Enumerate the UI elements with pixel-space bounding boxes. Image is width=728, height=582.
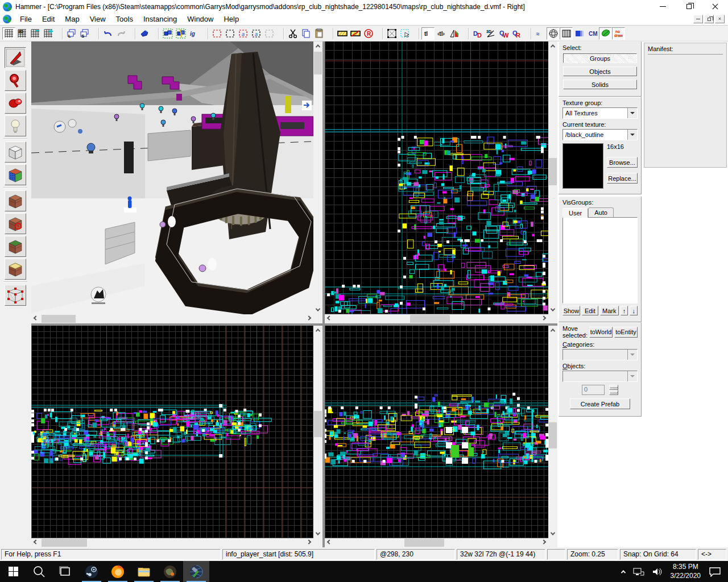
speaker-icon[interactable]	[652, 567, 663, 576]
texture-scale-lock-button[interactable]: ‹tl›	[435, 27, 448, 40]
garrysmod-app[interactable]	[157, 561, 183, 582]
task-view-button[interactable]	[52, 561, 78, 582]
smaller-grid-button[interactable]	[28, 27, 42, 40]
viewport-3d-hscrollbar[interactable]	[31, 314, 313, 323]
flip-objects-button[interactable]	[448, 27, 461, 40]
overlay-tool[interactable]	[5, 236, 26, 257]
menu-window[interactable]: Window	[182, 14, 218, 24]
menu-instancing[interactable]: Instancing	[138, 14, 182, 24]
to-world-button[interactable]: toWorld	[589, 327, 613, 338]
close-button[interactable]	[702, 0, 728, 13]
browse-button[interactable]: Browse...	[607, 157, 638, 168]
clipping-tool[interactable]	[5, 259, 26, 280]
viewport-2d-side-hscrollbar[interactable]	[325, 538, 548, 547]
nodraw-button[interactable]: nodraw	[612, 27, 625, 40]
window-grid-button[interactable]	[560, 27, 573, 40]
minimize-button[interactable]	[650, 0, 676, 13]
toggle-grid-button[interactable]	[2, 27, 15, 40]
undo-button[interactable]	[101, 27, 114, 40]
paste-button[interactable]	[312, 27, 325, 40]
show-all-button[interactable]	[263, 27, 276, 40]
menu-map[interactable]: Map	[60, 14, 84, 24]
texture-group-combo[interactable]: All Textures	[562, 107, 638, 119]
apply-decals-tool[interactable]	[5, 213, 26, 234]
menu-file[interactable]: File	[15, 14, 37, 24]
viewport-2d-top-hscrollbar[interactable]	[325, 314, 548, 323]
select-touching-button[interactable]	[385, 27, 398, 40]
start-button[interactable]	[0, 561, 26, 582]
current-texture-combo[interactable]: /black_outline	[562, 129, 638, 140]
viewport-2d-side[interactable]	[325, 326, 557, 547]
cordon-edit-button[interactable]	[336, 27, 349, 40]
steam-app[interactable]	[78, 561, 105, 582]
fade-preview-button[interactable]: ≈	[533, 27, 547, 40]
hammer-app[interactable]	[183, 561, 209, 582]
magnify-tool[interactable]	[5, 70, 26, 91]
mdi-restore-button[interactable]	[704, 15, 714, 23]
cordon-toggle-button[interactable]	[349, 27, 362, 40]
toggle-3d-grid-button[interactable]: 3D	[15, 27, 28, 40]
viewport-2d-top[interactable]	[325, 41, 557, 323]
replace-button[interactable]: Replace...	[607, 173, 638, 184]
copy-button[interactable]	[299, 27, 312, 40]
mdi-close-button[interactable]: ×	[715, 15, 725, 23]
camera-tool[interactable]	[5, 93, 26, 114]
selection-tool[interactable]	[5, 47, 26, 68]
network-icon[interactable]	[633, 567, 644, 576]
quick-hide-restore-button[interactable]: QR	[510, 27, 523, 40]
cut-button[interactable]	[286, 27, 299, 40]
select-groups-button[interactable]: Groups	[563, 53, 637, 63]
viewport-3d[interactable]	[31, 41, 322, 323]
visgroups-move-down-button[interactable]: ↓	[630, 306, 638, 315]
select-solids-button[interactable]: Solids	[563, 80, 637, 89]
model-render-button[interactable]	[547, 27, 560, 40]
texture-group-dropdown-icon[interactable]	[627, 108, 637, 118]
vertex-tool[interactable]	[5, 285, 26, 306]
file-explorer-app[interactable]	[131, 561, 157, 582]
entity-tool[interactable]	[5, 115, 26, 136]
detail-objects-button[interactable]: DD	[471, 27, 484, 40]
hide-selected-button[interactable]	[210, 27, 224, 40]
save-window-state-button[interactable]: S	[78, 27, 91, 40]
current-texture-dropdown-icon[interactable]	[627, 130, 637, 140]
menu-view[interactable]: View	[85, 14, 111, 24]
menu-edit[interactable]: Edit	[37, 14, 60, 24]
tray-chevron-icon[interactable]	[622, 570, 625, 573]
select-objects-button[interactable]: Objects	[563, 66, 637, 76]
restore-button[interactable]	[676, 0, 702, 13]
viewport-3d-vscrollbar[interactable]	[313, 41, 322, 314]
texture-lock-button[interactable]: tl	[421, 27, 435, 40]
group-button[interactable]	[161, 27, 174, 40]
texture-application-tool[interactable]	[5, 164, 26, 185]
mdi-minimize-button[interactable]	[693, 15, 703, 23]
visgroups-move-up-button[interactable]: ↑	[621, 306, 628, 315]
3d-angles-button[interactable]: 3D	[484, 27, 497, 40]
redo-button[interactable]	[114, 27, 127, 40]
blend-preview-button[interactable]	[573, 27, 586, 40]
prefab-count-spinner[interactable]	[609, 385, 618, 395]
quick-hide-button[interactable]: QW	[497, 27, 510, 40]
mdi-document-icon[interactable]	[3, 15, 11, 23]
search-button[interactable]	[26, 561, 52, 582]
select-enclosed-button[interactable]	[398, 27, 411, 40]
viewport-2d-front-vscrollbar[interactable]	[313, 326, 322, 538]
visgroups-edit-button[interactable]: Edit	[582, 306, 598, 315]
viewport-2d-front-hscrollbar[interactable]	[31, 538, 313, 547]
create-prefab-button[interactable]: Create Prefab	[570, 398, 630, 409]
firefox-app[interactable]	[105, 561, 131, 582]
apply-current-texture-tool[interactable]	[5, 190, 26, 211]
visgroups-list[interactable]	[562, 217, 638, 304]
to-entity-button[interactable]: toEntity	[614, 327, 638, 338]
menu-help[interactable]: Help	[218, 14, 244, 24]
viewport-2d-side-vscrollbar[interactable]	[548, 326, 557, 538]
visgroups-tab-user[interactable]: User	[562, 208, 588, 218]
hide-unselected-button[interactable]	[224, 27, 237, 40]
ungroup-button[interactable]	[174, 27, 187, 40]
prefab-count-field[interactable]: 0	[582, 385, 605, 395]
larger-grid-button[interactable]	[42, 27, 55, 40]
visgroups-tab-auto[interactable]: Auto	[588, 207, 614, 217]
visgroups-show-button[interactable]: Show	[562, 306, 580, 315]
ignore-groups-button[interactable]: ig	[187, 27, 200, 40]
action-center-icon[interactable]	[709, 567, 721, 577]
taskbar-clock[interactable]: 8:35 PM 3/22/2020	[671, 563, 701, 580]
